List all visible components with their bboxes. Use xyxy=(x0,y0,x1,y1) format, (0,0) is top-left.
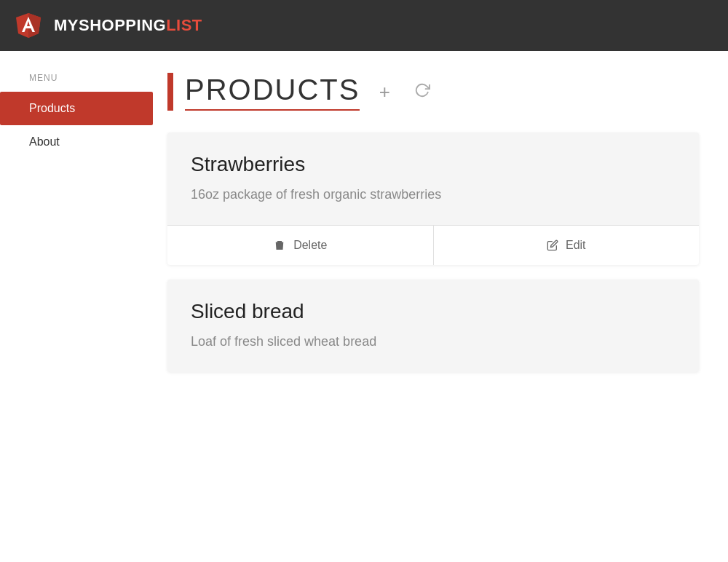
delete-button-1[interactable]: Delete xyxy=(167,226,434,265)
refresh-button[interactable] xyxy=(409,79,435,105)
sidebar-item-about[interactable]: About xyxy=(0,125,153,159)
page-title-accent xyxy=(167,73,173,111)
page-title-bar: PRODUCTS xyxy=(167,73,360,111)
product-card-1: Strawberries 16oz package of fresh organ… xyxy=(167,132,699,265)
edit-icon xyxy=(547,240,558,251)
edit-button-1[interactable]: Edit xyxy=(434,226,700,265)
edit-label-1: Edit xyxy=(566,239,586,252)
main-content: PRODUCTS + Strawberries 16oz package of … xyxy=(153,51,728,562)
product-card-actions-1: Delete Edit xyxy=(167,225,699,265)
product-description-1: 16oz package of fresh organic strawberri… xyxy=(191,185,676,205)
app-title: MYSHOPPINGLIST xyxy=(54,16,202,35)
delete-label-1: Delete xyxy=(293,239,327,252)
product-name-2: Sliced bread xyxy=(191,300,676,323)
add-product-button[interactable]: + xyxy=(371,79,397,105)
product-card-body-1: Strawberries 16oz package of fresh organ… xyxy=(167,132,699,225)
app-header: MYSHOPPINGLIST xyxy=(0,0,728,51)
page-title: PRODUCTS xyxy=(185,74,360,111)
main-layout: MENU Products About PRODUCTS + xyxy=(0,51,728,562)
sidebar: MENU Products About xyxy=(0,51,153,562)
add-icon: + xyxy=(379,81,390,103)
product-description-2: Loaf of fresh sliced wheat bread xyxy=(191,332,676,352)
sidebar-item-products[interactable]: Products xyxy=(0,92,153,125)
angular-logo-icon xyxy=(15,12,42,39)
sidebar-menu-label: MENU xyxy=(0,73,153,92)
app-logo xyxy=(15,12,42,39)
page-header: PRODUCTS + xyxy=(167,73,699,111)
product-name-1: Strawberries xyxy=(191,153,676,176)
trash-icon xyxy=(273,239,286,252)
product-card-2: Sliced bread Loaf of fresh sliced wheat … xyxy=(167,280,699,372)
product-card-body-2: Sliced bread Loaf of fresh sliced wheat … xyxy=(167,280,699,372)
refresh-icon xyxy=(414,82,430,102)
